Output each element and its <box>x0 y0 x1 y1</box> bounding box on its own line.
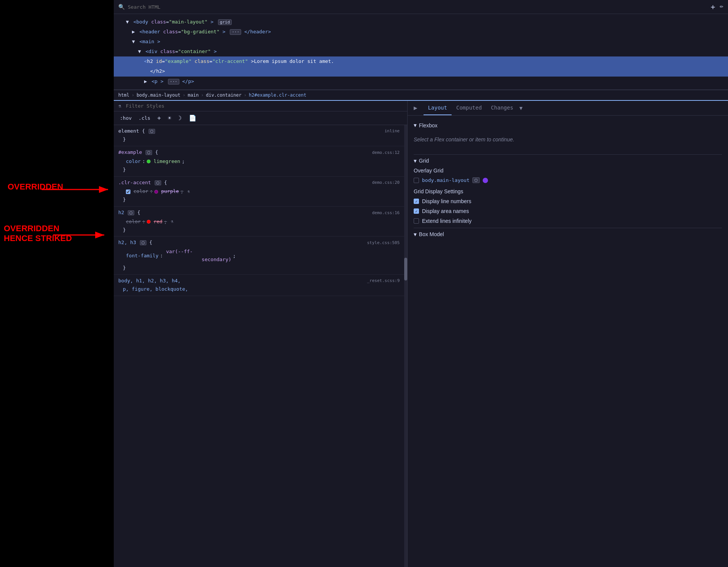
tab-layout[interactable]: Layout <box>424 101 452 115</box>
display-numbers-checkbox[interactable]: ✓ <box>414 199 419 204</box>
purple-checkbox[interactable] <box>126 190 130 194</box>
grid-section-header: ▼ Grid <box>414 158 722 164</box>
ellipsis-badge[interactable]: ··· <box>230 29 241 35</box>
grid-badge: grid <box>218 19 232 25</box>
filter-icon: ⚗ <box>118 103 121 109</box>
layout-content: ▼ Flexbox Select a Flex container or ite… <box>408 116 728 567</box>
expand-triangle[interactable]: ▶ <box>132 29 135 34</box>
node-icon[interactable]: ⬡ <box>149 129 155 134</box>
arrow-1 <box>38 178 114 201</box>
grid-title: Grid <box>419 158 429 164</box>
bc-body[interactable]: body.main-layout <box>136 92 180 98</box>
grid-section: Overlay Grid body.main-layout ⬡ Grid Dis… <box>414 168 722 224</box>
setting-display-numbers: ✓ Display line numbers <box>414 198 722 204</box>
styles-toolbar: ⚗ <box>114 101 407 111</box>
bc-div[interactable]: div.container <box>206 92 242 98</box>
dom-h2-close-line[interactable]: </h2> <box>114 66 728 76</box>
node-icon-h2[interactable]: ⬡ <box>128 210 134 215</box>
node-icon-clr[interactable]: ⬡ <box>155 180 161 185</box>
screenshot-button[interactable]: 📄 <box>187 114 198 122</box>
display-areas-checkbox[interactable]: ✓ <box>414 208 419 214</box>
layout-panel: ▶ Layout Computed Changes ▼ ▼ Flexbox Se… <box>408 101 728 567</box>
expand-triangle[interactable]: ▼ <box>138 49 141 54</box>
filter-funnel-icon-2[interactable]: ⚗ <box>171 218 173 225</box>
clr-accent-rule-header: .clr-accent ⬡ { demo.css:20 <box>118 179 400 187</box>
p-ellipsis-badge[interactable]: ··· <box>168 79 179 85</box>
dom-p-line[interactable]: ▶ <p > ··· </p> <box>114 77 728 86</box>
node-icon-h2h3[interactable]: ⬡ <box>140 240 146 245</box>
search-bar: 🔍 + ✏ <box>114 0 728 14</box>
light-mode-button[interactable]: ☀ <box>166 114 173 122</box>
extend-lines-checkbox[interactable] <box>414 218 419 224</box>
grid-display-settings: Grid Display Settings ✓ Display line num… <box>414 188 722 224</box>
color-purple-prop: color : purple ; ⚗ <box>118 187 400 196</box>
layout-tabs: ▶ Layout Computed Changes ▼ <box>408 101 728 116</box>
dom-header-line[interactable]: ▶ <header class="bg-gradient" > ··· </he… <box>114 27 728 37</box>
bc-main[interactable]: main <box>188 92 199 98</box>
h2h3-style-block: h2, h3 ⬡ { style.css:505 font-family : v… <box>114 237 404 274</box>
display-numbers-label: Display line numbers <box>422 198 471 204</box>
dom-h2-line[interactable]: <h2 id="example" class="clr-accent" >Lor… <box>114 56 728 66</box>
dom-body-line[interactable]: ▼ <body class="main-layout" > grid <box>114 17 728 27</box>
color-swatch-purple[interactable] <box>154 190 158 194</box>
search-icon: 🔍 <box>118 4 125 10</box>
add-button[interactable]: + <box>711 2 715 11</box>
filter-funnel-icon[interactable]: ⚗ <box>187 188 190 195</box>
arrow-2 <box>49 224 110 246</box>
inspect-icon[interactable]: ✏ <box>720 2 723 11</box>
bc-html[interactable]: html <box>118 92 129 98</box>
styles-content: element { ⬡ inline } #example ⬡ <box>114 125 404 567</box>
tabs-more-icon[interactable]: ▼ <box>519 105 522 111</box>
clr-accent-source: demo.css:20 <box>372 179 400 186</box>
expand-triangle[interactable]: ▼ <box>132 39 135 44</box>
flexbox-title: Flexbox <box>419 122 438 128</box>
expand-triangle[interactable]: ▼ <box>126 19 129 25</box>
clr-accent-style-block: .clr-accent ⬡ { demo.css:20 color : purp <box>114 177 404 207</box>
tab-panel-icon[interactable]: ▶ <box>412 101 419 114</box>
grid-item-name: body.main-layout <box>422 177 469 183</box>
h2-style-block: h2 ⬡ { demo.css:16 color : red ; <box>114 207 404 237</box>
reset-style-block: body, h1, h2, h3, h4, _reset.scss:9 p, f… <box>114 275 404 296</box>
section-divider <box>414 154 722 155</box>
add-style-button[interactable]: + <box>156 114 163 122</box>
styles-scrollbar[interactable] <box>404 125 407 567</box>
styles-scrollbar-thumb[interactable] <box>404 258 407 280</box>
devtools-panel: 🔍 + ✏ ▼ <body class="main-layout" > grid… <box>114 0 728 567</box>
tab-computed[interactable]: Computed <box>452 101 486 115</box>
color-limegreen-prop: color : limegreen ; <box>118 157 400 166</box>
annotation-area: Overridden Overridden hence striked <box>0 0 114 567</box>
grid-item-checkbox[interactable] <box>414 178 419 183</box>
dark-mode-button[interactable]: ☽ <box>177 114 184 122</box>
dom-tree: ▼ <body class="main-layout" > grid ▶ <he… <box>114 14 728 89</box>
box-model-title: Box Model <box>419 231 444 237</box>
expand-triangle[interactable]: ▶ <box>144 78 147 84</box>
color-swatch-red[interactable] <box>147 220 151 224</box>
color-red-prop: color : red ; ⚗ <box>118 218 400 226</box>
grid-color-dot <box>483 178 488 183</box>
box-model-expand[interactable]: ▼ <box>414 232 417 237</box>
dom-main-line[interactable]: ▼ <main > <box>114 37 728 47</box>
color-swatch-limegreen[interactable] <box>147 160 151 163</box>
tab-changes[interactable]: Changes <box>486 101 518 115</box>
cls-button[interactable]: .cls <box>137 114 152 122</box>
grid-expand[interactable]: ▼ <box>414 158 417 164</box>
filter-styles-input[interactable] <box>126 103 403 109</box>
example-rule-header: #example ⬡ { demo.css:12 <box>118 149 400 157</box>
element-source: inline <box>384 128 400 135</box>
extend-lines-label: Extend lines infinitely <box>422 218 472 224</box>
flexbox-expand[interactable]: ▼ <box>414 122 417 128</box>
h2h3-rule-header: h2, h3 ⬡ { style.css:505 <box>118 239 400 247</box>
setting-display-areas: ✓ Display area names <box>414 208 722 214</box>
dom-div-container-line[interactable]: ▼ <div class="container" > <box>114 47 728 56</box>
element-style-block: element { ⬡ inline } <box>114 125 404 147</box>
breadcrumb: html › body.main-layout › main › div.con… <box>114 90 728 101</box>
node-icon-example[interactable]: ⬡ <box>146 150 152 155</box>
reset-rule-header: body, h1, h2, h3, h4, _reset.scss:9 <box>118 277 400 285</box>
node-target-button[interactable]: ⬡ <box>472 177 480 183</box>
search-input[interactable] <box>128 4 708 10</box>
reset-source: _reset.scss:9 <box>367 277 400 284</box>
example-style-block: #example ⬡ { demo.css:12 color : limegre… <box>114 146 404 176</box>
hov-button[interactable]: :hov <box>118 114 133 122</box>
bc-h2[interactable]: h2#example.clr-accent <box>249 92 306 98</box>
font-family-prop: font-family : var(--ff- secondary) ; <box>118 247 400 264</box>
